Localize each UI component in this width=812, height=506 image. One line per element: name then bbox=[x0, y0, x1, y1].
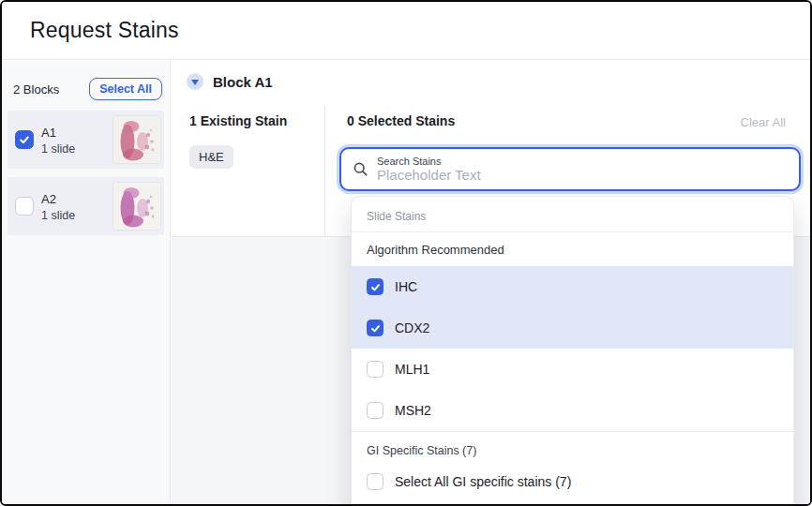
stain-option-label: Select All GI specific stains (7) bbox=[395, 474, 571, 489]
dropdown-group-label: Slide Stains bbox=[352, 197, 793, 231]
clear-all-button[interactable]: Clear All bbox=[741, 115, 786, 129]
stain-checkbox[interactable] bbox=[367, 320, 383, 336]
block-id-label: A1 bbox=[41, 126, 56, 140]
stain-option-cdx2[interactable]: CDX2 bbox=[352, 307, 793, 349]
block-a1-checkbox[interactable] bbox=[15, 130, 34, 149]
checkmark-icon bbox=[369, 281, 382, 293]
blocks-count: 2 Blocks bbox=[13, 82, 59, 97]
block-section-title: Block A1 bbox=[213, 74, 273, 90]
sidebar-header: 2 Blocks Select All bbox=[2, 61, 170, 111]
block-slide-count: 1 slide bbox=[41, 209, 113, 222]
section-title-gi-specific: GI Specific Stains (7) bbox=[352, 432, 793, 462]
slide-thumbnail bbox=[113, 115, 161, 164]
blocks-sidebar: 2 Blocks Select All A1 1 slide bbox=[2, 61, 171, 504]
stain-option-ihc[interactable]: IHC bbox=[352, 266, 793, 307]
existing-stains-title: 1 Existing Stain bbox=[189, 113, 287, 128]
block-list-item-a1[interactable]: A1 1 slide bbox=[8, 111, 164, 169]
block-section-header: Block A1 bbox=[172, 61, 810, 102]
stain-option-mlh1[interactable]: MLH1 bbox=[352, 349, 793, 390]
stain-option-label: IHC bbox=[395, 279, 417, 294]
section-title-algorithm-recommended: Algorithm Recommended bbox=[352, 232, 793, 266]
collapse-toggle[interactable] bbox=[187, 73, 203, 90]
stain-checkbox[interactable] bbox=[367, 361, 383, 378]
stain-option-msh2[interactable]: MSH2 bbox=[352, 390, 793, 431]
block-list-item-a2[interactable]: A2 1 slide bbox=[8, 177, 164, 235]
stain-option-label: MLH1 bbox=[395, 362, 429, 377]
block-slide-count: 1 slide bbox=[41, 142, 113, 156]
block-id-label: A2 bbox=[41, 192, 56, 206]
select-all-gi-stains-option[interactable]: Select All GI specific stains (7) bbox=[352, 462, 793, 501]
slide-thumbnail bbox=[113, 182, 161, 231]
chevron-down-icon bbox=[191, 80, 199, 85]
search-input[interactable]: Search Stains Placeholder Text bbox=[339, 147, 801, 191]
existing-stains-column: 1 Existing Stain H&E bbox=[189, 113, 287, 169]
stain-checkbox[interactable] bbox=[367, 473, 383, 490]
stain-option-label: MSH2 bbox=[395, 403, 431, 418]
search-field-label: Search Stains bbox=[377, 156, 481, 168]
block-a2-checkbox[interactable] bbox=[15, 197, 34, 216]
checkmark-icon bbox=[369, 322, 382, 335]
column-divider bbox=[324, 105, 325, 236]
stain-checkbox[interactable] bbox=[367, 402, 383, 419]
selected-stains-title: 0 Selected Stains bbox=[347, 113, 455, 128]
existing-stain-chip: H&E bbox=[189, 145, 233, 169]
stains-dropdown: Slide Stains Algorithm Recommended IHC C… bbox=[351, 196, 794, 506]
checkmark-icon bbox=[18, 133, 31, 146]
stain-option-cd3[interactable]: CD3 bbox=[352, 501, 793, 506]
stain-option-label: CDX2 bbox=[395, 320, 429, 335]
modal-header: Request Stains bbox=[2, 2, 810, 60]
search-icon bbox=[353, 161, 368, 177]
search-placeholder: Placeholder Text bbox=[377, 167, 481, 183]
page-title: Request Stains bbox=[30, 18, 179, 43]
request-stains-modal: Request Stains 2 Blocks Select All A1 1 … bbox=[0, 0, 812, 506]
stain-checkbox[interactable] bbox=[367, 278, 383, 295]
select-all-blocks-button[interactable]: Select All bbox=[89, 78, 162, 100]
